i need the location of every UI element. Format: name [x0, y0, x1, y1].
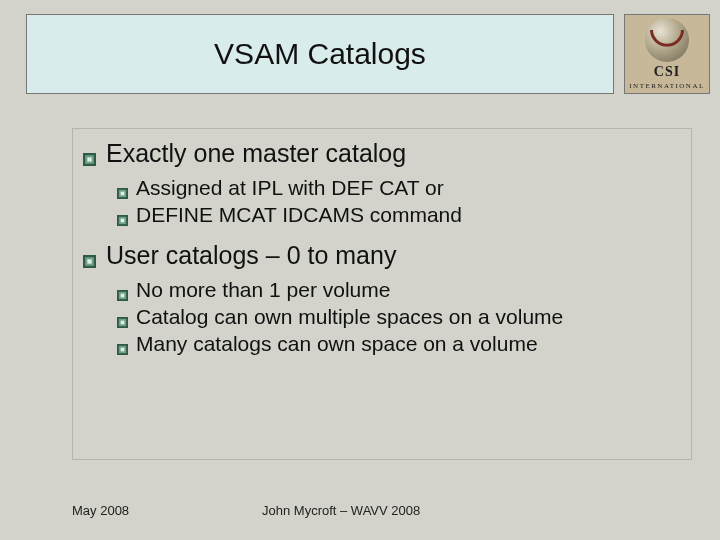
header: VSAM Catalogs CSI INTERNATIONAL: [26, 14, 710, 94]
bullet-icon: [117, 290, 128, 301]
bullet-icon: [117, 188, 128, 199]
bullet-icon: [117, 344, 128, 355]
list-item-text: Assigned at IPL with DEF CAT or: [136, 174, 677, 201]
svg-rect-2: [87, 157, 91, 161]
list-item-text: Many catalogs can own space on a volume: [136, 330, 677, 357]
sub-list: No more than 1 per volume Catalog can ow…: [117, 276, 677, 358]
list-item-text: No more than 1 per volume: [136, 276, 677, 303]
list-item-text: DEFINE MCAT IDCAMS command: [136, 201, 677, 228]
logo-swirl-icon: [645, 18, 689, 62]
list-item: DEFINE MCAT IDCAMS command: [117, 201, 677, 228]
svg-rect-5: [121, 192, 125, 196]
bullet-icon: [117, 215, 128, 226]
bullet-icon: [83, 255, 96, 268]
logo: CSI INTERNATIONAL: [624, 14, 710, 94]
list-item-text: User catalogs – 0 to many: [106, 241, 396, 270]
footer: May 2008 John Mycroft – WAVV 2008: [72, 503, 692, 518]
title-box: VSAM Catalogs: [26, 14, 614, 94]
list-item: Catalog can own multiple spaces on a vol…: [117, 303, 677, 330]
svg-rect-20: [121, 348, 125, 352]
content: Exactly one master catalog Assigned at I…: [72, 128, 692, 460]
footer-date: May 2008: [72, 503, 252, 518]
list-item: No more than 1 per volume: [117, 276, 677, 303]
list-item: User catalogs – 0 to many No more than 1…: [83, 241, 677, 358]
bullet-icon: [117, 317, 128, 328]
bullet-list: Exactly one master catalog Assigned at I…: [83, 139, 677, 357]
list-item-text: Exactly one master catalog: [106, 139, 406, 168]
sub-list: Assigned at IPL with DEF CAT or DEFINE M…: [117, 174, 677, 229]
slide-title: VSAM Catalogs: [214, 37, 426, 71]
footer-author: John Mycroft – WAVV 2008: [252, 503, 692, 518]
list-item: Assigned at IPL with DEF CAT or: [117, 174, 677, 201]
list-item: Exactly one master catalog Assigned at I…: [83, 139, 677, 229]
list-item-text: Catalog can own multiple spaces on a vol…: [136, 303, 677, 330]
svg-rect-14: [121, 293, 125, 297]
svg-rect-11: [87, 259, 91, 263]
bullet-icon: [83, 153, 96, 166]
logo-text-sub: INTERNATIONAL: [629, 82, 705, 90]
svg-rect-17: [121, 321, 125, 325]
list-item: Many catalogs can own space on a volume: [117, 330, 677, 357]
logo-text-main: CSI: [654, 64, 680, 80]
svg-rect-8: [121, 219, 125, 223]
